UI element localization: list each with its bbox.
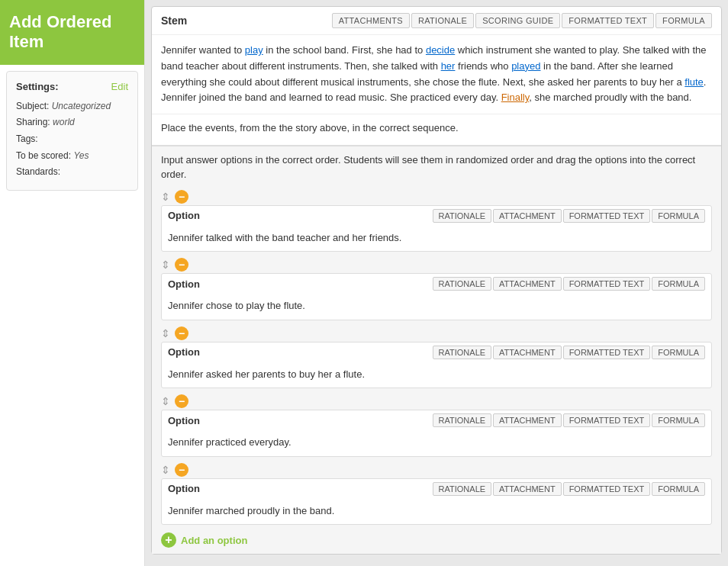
scored-label: To be scored: [16,150,71,161]
sidebar-meta: Subject: Uncategorized Sharing: world Ta… [16,98,128,181]
option-content-3: Jennifer asked her parents to buy her a … [162,362,711,388]
settings-label: Settings: [16,81,59,92]
opt1-tab-formatted[interactable]: FORMATTED TEXT [563,209,651,223]
options-area: Input answer options in the correct orde… [152,146,721,555]
settings-header: Settings: Edit [16,81,128,92]
option-content-2: Jennifer chose to play the flute. [162,294,711,320]
opt2-tab-rationale[interactable]: RATIONALE [433,277,492,291]
option-row-header-2: Option RATIONALE ATTACHMENT FORMATTED TE… [162,274,711,294]
tags-label: Tags: [16,133,38,144]
option-tabs-3: RATIONALE ATTACHMENT FORMATTED TEXT FORM… [433,346,705,359]
drag-handle-5[interactable]: ⇕ [161,464,170,476]
stem-passage: Jennifer wanted to play in the school ba… [152,35,721,114]
option-tabs-4: RATIONALE ATTACHMENT FORMATTED TEXT FORM… [433,413,705,427]
option-controls-3: ⇕ − [161,326,712,340]
opt5-tab-formatted[interactable]: FORMATTED TEXT [563,482,651,496]
option-row-header-1: Option RATIONALE ATTACHMENT FORMATTED TE… [162,206,711,226]
opt4-tab-formula[interactable]: FORMULA [652,413,705,427]
stem-header: Stem ATTACHMENTS RATIONALE SCORING GUIDE… [152,7,721,35]
opt4-tab-attachment[interactable]: ATTACHMENT [493,413,562,427]
drag-handle-4[interactable]: ⇕ [161,395,170,407]
tab-scoring-guide[interactable]: SCORING GUIDE [475,13,560,28]
stem-instruction: Place the events, from the the story abo… [152,114,721,146]
plus-circle-icon: + [161,532,176,548]
option-row-4: Option RATIONALE ATTACHMENT FORMATTED TE… [161,410,712,457]
drag-handle-1[interactable]: ⇕ [161,191,170,203]
sharing-row: Sharing: world [16,114,128,131]
option-tabs-1: RATIONALE ATTACHMENT FORMATTED TEXT FORM… [433,209,705,223]
opt2-tab-formatted[interactable]: FORMATTED TEXT [563,277,651,291]
opt1-tab-formula[interactable]: FORMULA [652,209,705,223]
option-controls-5: ⇕ − [161,463,712,477]
subject-value: Uncategorized [52,101,111,111]
option-row-5: Option RATIONALE ATTACHMENT FORMATTED TE… [161,478,712,526]
subject-row: Subject: Uncategorized [16,98,128,115]
scored-value: Yes [73,150,89,161]
main-content: Stem ATTACHMENTS RATIONALE SCORING GUIDE… [145,0,728,566]
remove-option-2[interactable]: − [175,258,188,272]
tab-rationale[interactable]: RATIONALE [411,13,474,28]
drag-handle-2[interactable]: ⇕ [161,259,170,271]
option-row-3: Option RATIONALE ATTACHMENT FORMATTED TE… [161,342,712,389]
sharing-value: world [53,117,75,127]
tags-row: Tags: [16,131,128,148]
remove-option-5[interactable]: − [175,463,188,477]
opt4-tab-formatted[interactable]: FORMATTED TEXT [563,413,651,427]
stem-label: Stem [161,14,187,27]
option-label-4: Option [168,415,200,426]
tab-formula[interactable]: FORMULA [656,13,712,28]
option-label-5: Option [168,483,200,494]
opt1-tab-rationale[interactable]: RATIONALE [433,209,492,223]
scored-row: To be scored: Yes [16,148,128,165]
opt2-tab-attachment[interactable]: ATTACHMENT [493,277,562,291]
opt1-tab-attachment[interactable]: ATTACHMENT [493,209,562,223]
option-block-5: ⇕ − Option RATIONALE ATTACHMENT FORMATTE… [161,463,712,526]
opt5-tab-formula[interactable]: FORMULA [652,482,705,496]
option-row-2: Option RATIONALE ATTACHMENT FORMATTED TE… [161,273,712,320]
option-block-3: ⇕ − Option RATIONALE ATTACHMENT FORMATTE… [161,326,712,389]
opt3-tab-formatted[interactable]: FORMATTED TEXT [563,346,651,359]
content-panel: Stem ATTACHMENTS RATIONALE SCORING GUIDE… [151,6,722,555]
option-controls-2: ⇕ − [161,258,712,272]
standards-row: Standards: [16,164,128,181]
sharing-label: Sharing: [16,117,50,127]
opt3-tab-rationale[interactable]: RATIONALE [433,346,492,359]
opt5-tab-rationale[interactable]: RATIONALE [433,482,492,496]
sidebar-settings-panel: Settings: Edit Subject: Uncategorized Sh… [6,71,138,191]
tab-formatted-text[interactable]: FORMATTED TEXT [562,13,654,28]
remove-option-1[interactable]: − [175,190,188,204]
option-content-1: Jennifer talked with the band teacher an… [162,226,711,252]
option-tabs-5: RATIONALE ATTACHMENT FORMATTED TEXT FORM… [433,482,705,496]
option-label-1: Option [168,210,200,221]
sidebar: Add Ordered Item Settings: Edit Subject:… [0,0,145,566]
option-row-1: Option RATIONALE ATTACHMENT FORMATTED TE… [161,205,712,252]
drag-handle-3[interactable]: ⇕ [161,327,170,339]
option-tabs-2: RATIONALE ATTACHMENT FORMATTED TEXT FORM… [433,277,705,291]
opt3-tab-formula[interactable]: FORMULA [652,346,705,359]
opt5-tab-attachment[interactable]: ATTACHMENT [493,482,562,496]
option-label-2: Option [168,278,200,290]
option-label-3: Option [168,346,200,358]
subject-label: Subject: [16,101,49,111]
remove-option-4[interactable]: − [175,394,188,408]
option-content-5: Jennifer marched proudly in the band. [162,499,711,525]
tab-attachments[interactable]: ATTACHMENTS [332,13,410,28]
opt4-tab-rationale[interactable]: RATIONALE [433,413,492,427]
option-row-header-3: Option RATIONALE ATTACHMENT FORMATTED TE… [162,342,711,362]
sidebar-title: Add Ordered Item [0,0,144,65]
option-row-header-4: Option RATIONALE ATTACHMENT FORMATTED TE… [162,410,711,430]
opt2-tab-formula[interactable]: FORMULA [652,277,705,291]
option-content-4: Jennifer practiced everyday. [162,430,711,456]
stem-tab-bar: ATTACHMENTS RATIONALE SCORING GUIDE FORM… [332,13,712,28]
edit-link[interactable]: Edit [111,81,128,92]
option-controls-1: ⇕ − [161,190,712,204]
add-option-button[interactable]: + Add an option [161,532,247,548]
options-instruction: Input answer options in the correct orde… [161,153,712,182]
option-row-header-5: Option RATIONALE ATTACHMENT FORMATTED TE… [162,479,711,499]
remove-option-3[interactable]: − [175,326,188,340]
option-block-2: ⇕ − Option RATIONALE ATTACHMENT FORMATTE… [161,258,712,320]
opt3-tab-attachment[interactable]: ATTACHMENT [493,346,562,359]
standards-label: Standards: [16,166,60,177]
add-option-label: Add an option [181,535,247,546]
option-block-1: ⇕ − Option RATIONALE ATTACHMENT FORMATTE… [161,190,712,252]
